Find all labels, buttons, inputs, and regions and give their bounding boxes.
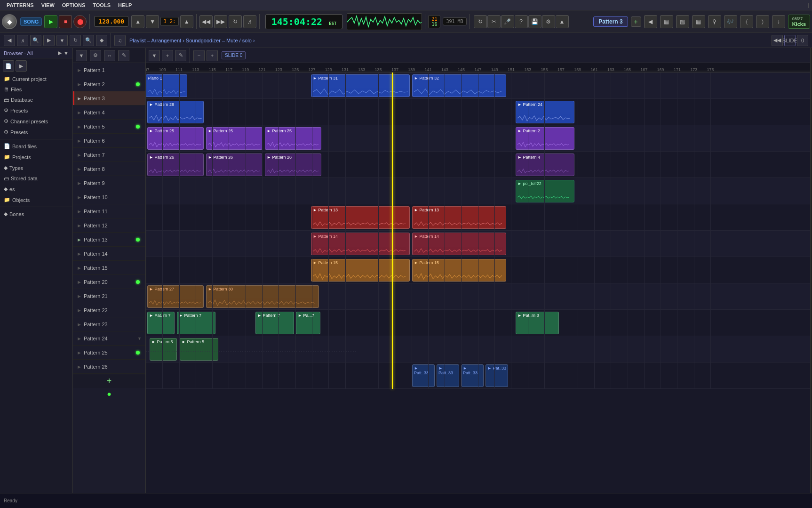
browser-filter[interactable]: ▶ xyxy=(43,35,55,46)
block-vln2-27[interactable]: ► Pattern 27 xyxy=(147,285,204,308)
browser-zoom[interactable]: 🔍 xyxy=(83,35,94,46)
block-bass-14b[interactable]: ► Pattern 14 xyxy=(412,233,506,255)
tracks-area[interactable]: Piano 1 ► Pattern 31 ► Pattern 32 xyxy=(146,73,810,493)
block-vln1-15b[interactable]: ► Pattern 15 xyxy=(412,259,506,282)
browser-select[interactable]: ▼ xyxy=(56,35,68,46)
mixer-tool6[interactable]: 〈 xyxy=(740,15,753,28)
sidebar-item-database[interactable]: 🗃 Database xyxy=(0,95,72,105)
block-chords-13b[interactable]: ► Pattern 13 xyxy=(412,206,506,229)
block-pad-26c[interactable]: ► Pattern 26 xyxy=(265,153,321,176)
pattern-item-25[interactable]: ► Pattern 25 xyxy=(73,346,145,360)
block-t17-33d[interactable]: ► Pat..33 xyxy=(486,364,508,387)
pattern-item-3[interactable]: ► Pattern 3 xyxy=(73,91,145,105)
tool-settings[interactable]: ⚙ xyxy=(542,15,555,28)
pattern-item-21[interactable]: ► Pattern 21 xyxy=(73,289,145,303)
forward-button[interactable]: ▶▶ xyxy=(214,15,227,28)
fl-logo[interactable]: ◆ xyxy=(2,14,17,29)
menu-item-view[interactable]: VIEW xyxy=(38,1,58,9)
arranger-icon[interactable]: ♫ xyxy=(114,35,126,46)
pattern-item-26[interactable]: ► Pattern 26 xyxy=(73,360,145,374)
sidebar-item-presets[interactable]: ⚙ Presets xyxy=(0,105,72,116)
arr-add-track[interactable]: + xyxy=(162,50,173,61)
breadcrumb-playlist[interactable]: Playlist – Arrangement xyxy=(129,38,181,43)
arr-ctrl1[interactable]: ◀◀ xyxy=(772,35,783,46)
add-pattern-button[interactable]: + xyxy=(73,374,145,388)
loop-button[interactable]: ↻ xyxy=(229,15,242,28)
block-piano3-25c[interactable]: ► Pattern 25 xyxy=(265,127,321,150)
browser-loop[interactable]: ↻ xyxy=(70,35,81,46)
pattern-item-20[interactable]: ► Pattern 20 xyxy=(73,275,145,289)
pattern-item-10[interactable]: ► Pattern 10 xyxy=(73,190,145,204)
pattern-item-14[interactable]: ► Pattern 14 xyxy=(73,247,145,261)
block-t17-33b[interactable]: ► Patt..33 xyxy=(437,364,459,387)
block-piano3-2[interactable]: ► Pattern 2 xyxy=(516,127,574,150)
block-piano1-32[interactable]: ► Pattern 32 xyxy=(412,74,506,97)
tool-refresh[interactable]: ↻ xyxy=(474,15,487,28)
sidebar-item-projects[interactable]: 📁 Projects xyxy=(0,152,72,162)
arr-ctrl2[interactable]: SLIDE xyxy=(784,35,796,46)
browser-back[interactable]: ◀ xyxy=(4,35,15,46)
metronome-button[interactable]: ♬ xyxy=(243,15,256,28)
sidebar-item-presets2[interactable]: ⚙ Presets xyxy=(0,127,72,137)
block-piano2-24[interactable]: ► Pattern 24 xyxy=(516,101,574,123)
new-project-btn[interactable]: 📄 xyxy=(3,60,14,72)
play-button[interactable]: ▶ xyxy=(44,15,57,28)
block-bass-14a[interactable]: ► Pattern 14 xyxy=(311,233,410,255)
rewind-button[interactable]: ◀◀ xyxy=(199,15,213,28)
mixer-tool1[interactable]: ▦ xyxy=(660,15,673,28)
breadcrumb-plugin[interactable]: Soundgoodizer – Mute / solo xyxy=(186,38,252,43)
sidebar-item-stored-data[interactable]: 🗃 Stored data xyxy=(0,173,72,184)
mixer-tool3[interactable]: ▦ xyxy=(692,15,705,28)
mixer-tool2[interactable]: ▧ xyxy=(676,15,689,28)
pattern-item-4[interactable]: ► Pattern 4 xyxy=(73,105,145,120)
pattern-item-13[interactable]: ► Pattern 13 xyxy=(73,233,145,247)
sidebar-item-bones[interactable]: ◆ Bones xyxy=(0,209,72,219)
stop-button[interactable]: ■ xyxy=(59,15,72,28)
block-piano3-25b[interactable]: ► Pattern 25 xyxy=(206,127,263,150)
pattern-item-1[interactable]: ► Pattern 1 xyxy=(73,63,145,77)
block-pad-26b[interactable]: ► Pattern 26 xyxy=(206,153,263,176)
sidebar-item-current-project[interactable]: 📁 Current project xyxy=(0,73,72,84)
sidebar-item-files[interactable]: 🖹 Files xyxy=(0,84,72,95)
block-chords-13a[interactable]: ► Pattern 13 xyxy=(311,206,410,229)
block-t16-ptrn5b[interactable]: ► Pattern 5 xyxy=(180,338,218,361)
step-up[interactable]: ▲ xyxy=(180,15,193,28)
block-t15-ptrn3[interactable]: ► Pat..rn 3 xyxy=(516,312,559,334)
block-pad-4[interactable]: ► Pattern 4 xyxy=(516,153,574,176)
tool-mic[interactable]: 🎤 xyxy=(501,15,514,28)
bpm-display[interactable]: 128.000 xyxy=(94,16,128,27)
pattern-item-24[interactable]: ► Pattern 24 ▼ xyxy=(73,331,145,346)
block-t16-ptrn5a[interactable]: ► Pat..rn 5 xyxy=(150,338,177,361)
pattern-prev[interactable]: ◀ xyxy=(644,15,657,28)
pattern-item-7[interactable]: ► Pattern 7 xyxy=(73,148,145,162)
arr-ctrl3[interactable]: 0 xyxy=(797,35,808,46)
bpm-up[interactable]: ▲ xyxy=(131,15,144,28)
block-piano3-25a[interactable]: ► Pattern 25 xyxy=(147,127,204,150)
pattern-item-5[interactable]: ► Pattern 5 xyxy=(73,120,145,134)
pattern-item-12[interactable]: ► Pattern 12 xyxy=(73,218,145,233)
pattern-list-pencil[interactable]: ✎ xyxy=(118,50,129,61)
arr-zoom-out[interactable]: − xyxy=(193,50,205,61)
block-vln2-30[interactable]: ► Pattern 30 xyxy=(206,285,319,308)
menu-item-help[interactable]: HELP xyxy=(114,1,135,9)
tool-question[interactable]: ? xyxy=(515,15,528,28)
pattern-item-6[interactable]: ► Pattern 6 xyxy=(73,134,145,148)
pattern-list-settings[interactable]: ⚙ xyxy=(90,50,101,61)
block-piano1-31[interactable]: ► Pattern 31 xyxy=(311,74,410,97)
tool-scissors[interactable]: ✂ xyxy=(487,15,501,28)
mixer-tool7[interactable]: 〉 xyxy=(756,15,769,28)
tool-save[interactable]: 💾 xyxy=(528,15,541,28)
arr-pencil-tool[interactable]: ✎ xyxy=(175,50,186,61)
sidebar-item-types[interactable]: ◆ Types xyxy=(0,162,72,173)
block-piano1-main[interactable]: Piano 1 xyxy=(146,74,187,97)
menu-item-patterns[interactable]: PATTERNS xyxy=(3,1,38,9)
sidebar-item-es[interactable]: ◆ es xyxy=(0,184,72,194)
block-pad-26a[interactable]: ► Pattern 26 xyxy=(147,153,204,176)
arr-collapse-all[interactable]: ▼ xyxy=(149,50,160,61)
block-t17-33a[interactable]: ► Patt..33 xyxy=(412,364,435,387)
mixer-tool5[interactable]: 🎶 xyxy=(724,15,737,28)
sidebar-item-objects[interactable]: 📁 Objects xyxy=(0,194,72,205)
sidebar-item-board-files[interactable]: 📄 Board files xyxy=(0,141,72,152)
record-button[interactable]: ⬤ xyxy=(73,15,87,28)
block-dong-poitoff[interactable]: ► poi_toff22 xyxy=(516,180,574,202)
